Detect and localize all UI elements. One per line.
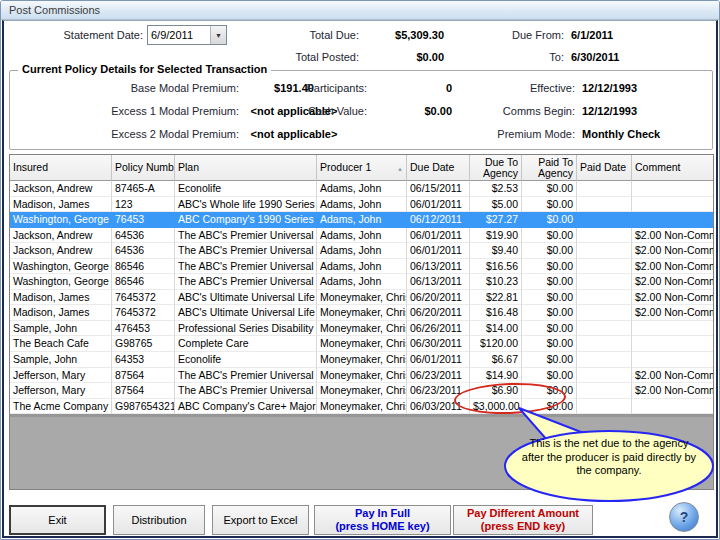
cell-producer-1[interactable]: Moneymaker, Chris: [317, 399, 407, 415]
cell-comment[interactable]: $2.00 Non-Comm A: [632, 368, 713, 384]
cell-paid-to-agency[interactable]: $0.00: [522, 321, 577, 337]
table-row[interactable]: The Beach CafeG98765Complete CareMoneyma…: [10, 336, 713, 352]
cell-insured[interactable]: Madison, James: [10, 197, 112, 213]
cell-comment[interactable]: [632, 321, 713, 337]
cell-insured[interactable]: The Beach Cafe: [10, 336, 112, 352]
cell-plan[interactable]: The ABC's Premier Universal Life: [175, 274, 317, 290]
cell-comment[interactable]: [632, 181, 713, 197]
cell-paid-date[interactable]: [577, 212, 632, 228]
cell-paid-to-agency[interactable]: $0.00: [522, 197, 577, 213]
cell-policy-number[interactable]: 7645372: [112, 290, 175, 306]
cell-paid-to-agency[interactable]: $0.00: [522, 243, 577, 259]
pay-in-full-button[interactable]: Pay In Full (press HOME key): [314, 505, 451, 535]
exit-button[interactable]: Exit: [9, 505, 106, 535]
cell-plan[interactable]: The ABC's Premier Universal Life: [175, 259, 317, 275]
cell-comment[interactable]: [632, 336, 713, 352]
cell-producer-1[interactable]: Adams, John: [317, 274, 407, 290]
cell-paid-date[interactable]: [577, 352, 632, 368]
cell-insured[interactable]: The Acme Company: [10, 399, 112, 415]
cell-comment[interactable]: [632, 197, 713, 213]
cell-due-to-agency[interactable]: $120.00: [470, 336, 522, 352]
cell-paid-date[interactable]: [577, 259, 632, 275]
statement-date-value[interactable]: 6/9/2011: [148, 26, 210, 44]
table-row[interactable]: Washington, George76453ABC Company's 199…: [10, 212, 713, 228]
cell-producer-1[interactable]: Moneymaker, Chris: [317, 336, 407, 352]
cell-due-date[interactable]: 06/26/2011: [407, 321, 470, 337]
cell-plan[interactable]: Econolife: [175, 181, 317, 197]
cell-due-date[interactable]: 06/01/2011: [407, 197, 470, 213]
cell-policy-number[interactable]: 7645372: [112, 305, 175, 321]
cell-policy-number[interactable]: 87564: [112, 368, 175, 384]
cell-insured[interactable]: Madison, James: [10, 305, 112, 321]
cell-paid-to-agency[interactable]: $0.00: [522, 274, 577, 290]
table-row[interactable]: Jackson, Andrew64536The ABC's Premier Un…: [10, 228, 713, 244]
cell-due-date[interactable]: 06/03/2011: [407, 399, 470, 415]
table-row[interactable]: Sample, John64353EconolifeMoneymaker, Ch…: [10, 352, 713, 368]
cell-producer-1[interactable]: Adams, John: [317, 212, 407, 228]
cell-paid-to-agency[interactable]: $0.00: [522, 212, 577, 228]
cell-due-to-agency[interactable]: $14.90: [470, 368, 522, 384]
cell-due-date[interactable]: 06/01/2011: [407, 228, 470, 244]
cell-policy-number[interactable]: 64536: [112, 228, 175, 244]
combo-dropdown-button[interactable]: ▼: [210, 26, 226, 44]
table-row[interactable]: Jackson, Andrew87465-AEconolifeAdams, Jo…: [10, 181, 713, 197]
cell-paid-date[interactable]: [577, 243, 632, 259]
column-header-insured[interactable]: Insured: [10, 155, 112, 181]
table-row[interactable]: Jackson, Andrew64536The ABC's Premier Un…: [10, 243, 713, 259]
cell-due-to-agency[interactable]: $10.23: [470, 274, 522, 290]
title-bar[interactable]: Post Commissions: [1, 1, 719, 20]
cell-due-to-agency[interactable]: $16.48: [470, 305, 522, 321]
table-row[interactable]: Sample, John476453Professional Series Di…: [10, 321, 713, 337]
cell-producer-1[interactable]: Moneymaker, Chris: [317, 321, 407, 337]
cell-policy-number[interactable]: G987654321: [112, 399, 175, 415]
cell-policy-number[interactable]: G98765: [112, 336, 175, 352]
cell-insured[interactable]: Washington, George: [10, 259, 112, 275]
cell-due-date[interactable]: 06/13/2011: [407, 274, 470, 290]
cell-due-to-agency[interactable]: $6.67: [470, 352, 522, 368]
table-row[interactable]: Washington, George86546The ABC's Premier…: [10, 259, 713, 275]
cell-paid-to-agency[interactable]: $0.00: [522, 228, 577, 244]
column-header-policy-number[interactable]: Policy Number: [112, 155, 175, 181]
cell-due-date[interactable]: 06/20/2011: [407, 290, 470, 306]
cell-policy-number[interactable]: 86546: [112, 259, 175, 275]
cell-policy-number[interactable]: 64353: [112, 352, 175, 368]
cell-producer-1[interactable]: Adams, John: [317, 259, 407, 275]
cell-insured[interactable]: Washington, George: [10, 274, 112, 290]
cell-insured[interactable]: Jackson, Andrew: [10, 243, 112, 259]
cell-paid-to-agency[interactable]: $0.00: [522, 305, 577, 321]
cell-paid-to-agency[interactable]: $0.00: [522, 352, 577, 368]
export-to-excel-button[interactable]: Export to Excel: [212, 505, 309, 535]
cell-due-date[interactable]: 06/13/2011: [407, 259, 470, 275]
cell-policy-number[interactable]: 123: [112, 197, 175, 213]
cell-due-to-agency[interactable]: $5.00: [470, 197, 522, 213]
cell-paid-date[interactable]: [577, 290, 632, 306]
cell-due-to-agency[interactable]: $19.90: [470, 228, 522, 244]
cell-due-date[interactable]: 06/15/2011: [407, 181, 470, 197]
cell-paid-date[interactable]: [577, 368, 632, 384]
cell-policy-number[interactable]: 86546: [112, 274, 175, 290]
cell-due-date[interactable]: 06/23/2011: [407, 368, 470, 384]
cell-comment[interactable]: $2.00 Non-Comm A: [632, 228, 713, 244]
cell-paid-to-agency[interactable]: $0.00: [522, 368, 577, 384]
cell-policy-number[interactable]: 87564: [112, 383, 175, 399]
cell-plan[interactable]: The ABC's Premier Universal Life: [175, 383, 317, 399]
cell-plan[interactable]: Complete Care: [175, 336, 317, 352]
cell-producer-1[interactable]: Adams, John: [317, 197, 407, 213]
table-row[interactable]: Washington, George86546The ABC's Premier…: [10, 274, 713, 290]
cell-due-date[interactable]: 06/01/2011: [407, 243, 470, 259]
cell-paid-to-agency[interactable]: $0.00: [522, 181, 577, 197]
cell-paid-date[interactable]: [577, 336, 632, 352]
cell-paid-date[interactable]: [577, 197, 632, 213]
cell-due-to-agency[interactable]: $16.56: [470, 259, 522, 275]
cell-due-to-agency[interactable]: $14.00: [470, 321, 522, 337]
cell-comment[interactable]: $2.00 Non-Comm A: [632, 383, 713, 399]
cell-due-to-agency[interactable]: $27.27: [470, 212, 522, 228]
cell-producer-1[interactable]: Moneymaker, Chris: [317, 352, 407, 368]
cell-due-to-agency[interactable]: $9.40: [470, 243, 522, 259]
cell-producer-1[interactable]: Adams, John: [317, 243, 407, 259]
cell-paid-to-agency[interactable]: $0.00: [522, 259, 577, 275]
cell-plan[interactable]: ABC Company's Care+ Major Mec: [175, 399, 317, 415]
cell-insured[interactable]: Sample, John: [10, 352, 112, 368]
cell-due-date[interactable]: 06/20/2011: [407, 305, 470, 321]
cell-comment[interactable]: $2.00 Non-Comm A: [632, 243, 713, 259]
